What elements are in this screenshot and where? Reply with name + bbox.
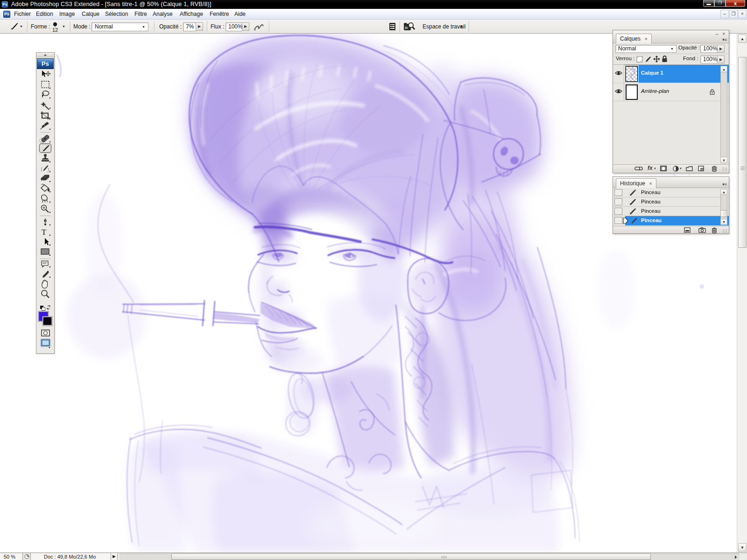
svg-text:T: T	[42, 228, 47, 237]
svg-text:Br: Br	[405, 26, 409, 29]
